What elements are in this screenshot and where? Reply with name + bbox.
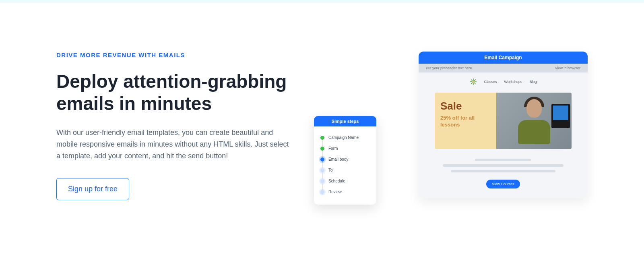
steps-title: Simple steps	[314, 116, 376, 126]
body-copy: With our user-friendly email templates, …	[56, 127, 290, 162]
placeholder-lines	[435, 159, 572, 172]
email-hero-block: Sale 25% off for all lessons	[435, 93, 572, 149]
nav-blog[interactable]: Blog	[529, 80, 537, 84]
step-dot-pending-icon	[320, 168, 324, 172]
email-body: Classes Workshops Blog Sale 25% off for …	[419, 72, 588, 198]
steps-card: Simple steps Campaign Name Form Email bo…	[314, 116, 376, 205]
step-schedule[interactable]: Schedule	[320, 176, 370, 186]
svg-line-4	[471, 80, 472, 81]
step-dot-current-icon	[320, 157, 324, 162]
sale-subheading: 25% off for all lessons	[440, 115, 491, 128]
hero-image	[496, 93, 572, 149]
svg-line-5	[474, 83, 475, 84]
step-label: To	[328, 168, 333, 172]
steps-list: Campaign Name Form Email body To Schedul…	[314, 126, 376, 205]
sale-heading: Sale	[440, 100, 491, 112]
hero-section: DRIVE MORE REVENUE WITH EMAILS Deploy at…	[0, 3, 644, 213]
step-review[interactable]: Review	[320, 186, 370, 197]
email-nav: Classes Workshops Blog	[435, 78, 572, 85]
svg-point-8	[473, 81, 474, 83]
step-label: Review	[328, 190, 342, 194]
step-dot-complete-icon	[320, 147, 324, 151]
campaign-title-bar: Email Campaign	[419, 52, 588, 64]
signup-button[interactable]: Sign up for free	[56, 178, 129, 200]
monitor-shape	[551, 104, 570, 128]
step-campaign-name[interactable]: Campaign Name	[320, 132, 370, 143]
svg-line-7	[474, 80, 475, 81]
top-accent-bar	[0, 0, 644, 3]
headline: Deploy attention-grabbing emails in minu…	[56, 70, 290, 115]
svg-line-6	[471, 83, 472, 84]
step-dot-complete-icon	[320, 136, 324, 140]
step-dot-pending-icon	[320, 179, 324, 183]
brand-logo-icon	[470, 78, 477, 85]
step-label: Campaign Name	[328, 135, 359, 140]
nav-workshops[interactable]: Workshops	[504, 80, 522, 84]
illustration-area: Email Campaign Put your preheader text h…	[314, 52, 588, 213]
person-illustration	[516, 99, 552, 147]
hero-content: DRIVE MORE REVENUE WITH EMAILS Deploy at…	[56, 52, 290, 213]
nav-classes[interactable]: Classes	[484, 80, 497, 84]
view-in-browser-link[interactable]: View in browser	[555, 66, 580, 70]
step-email-body[interactable]: Email body	[320, 154, 370, 165]
step-label: Schedule	[328, 179, 345, 183]
preheader-placeholder: Put your preheader text here	[426, 66, 472, 70]
step-form[interactable]: Form	[320, 143, 370, 154]
step-to[interactable]: To	[320, 165, 370, 176]
skeleton-line	[475, 159, 531, 161]
skeleton-line	[443, 164, 564, 167]
step-dot-pending-icon	[320, 190, 324, 194]
sale-banner: Sale 25% off for all lessons	[435, 93, 496, 149]
eyebrow-text: DRIVE MORE REVENUE WITH EMAILS	[56, 52, 290, 58]
view-courses-button[interactable]: View Courses	[486, 180, 520, 188]
email-campaign-preview: Email Campaign Put your preheader text h…	[419, 52, 588, 198]
preheader-row: Put your preheader text here View in bro…	[419, 64, 588, 72]
step-label: Email body	[328, 157, 348, 162]
skeleton-line	[451, 170, 555, 172]
step-label: Form	[328, 146, 338, 151]
